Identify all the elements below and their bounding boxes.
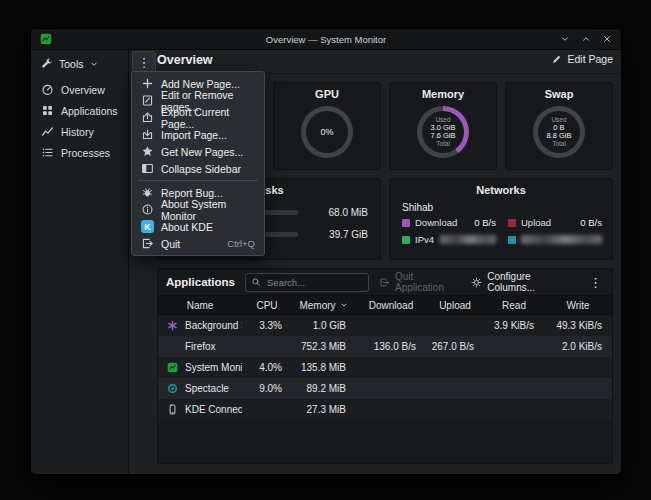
column-header-cpu[interactable]: CPU: [242, 300, 292, 311]
address2-redacted: [521, 235, 602, 244]
column-header-name[interactable]: Name: [158, 300, 242, 311]
app-name: Background Services: [185, 320, 242, 331]
download-swatch: [402, 219, 410, 227]
background-services-icon: [165, 319, 179, 333]
quit-application-button[interactable]: Quit Application: [379, 271, 461, 293]
table-empty-area: [158, 420, 612, 463]
upload-swatch: [508, 219, 516, 227]
swap-card: Swap Used 0 B 8.8 GiB Total: [505, 82, 613, 170]
column-header-memory[interactable]: Memory: [292, 300, 356, 311]
get-new-pages-icon: [141, 145, 154, 158]
search-box[interactable]: [245, 273, 369, 292]
network-upload-stat: Upload 0 B/s: [508, 217, 602, 228]
swap-card-title: Swap: [506, 83, 612, 100]
edit-pages-icon: [141, 94, 154, 107]
page-dropdown-menu: Add New Page... Edit or Remove pages... …: [131, 71, 265, 256]
gpu-card: GPU 0%: [273, 82, 381, 170]
download-label: Download: [415, 217, 457, 228]
import-icon: [141, 128, 154, 141]
table-row[interactable]: Background Services 3.3% 1.0 GiB 3.9 KiB…: [158, 315, 612, 336]
sidebar-item-processes[interactable]: Processes: [31, 142, 128, 163]
ipv4-address-redacted: [440, 235, 496, 244]
menu-separator: [138, 180, 258, 181]
menu-item-about-system-monitor[interactable]: About System Monitor: [132, 201, 264, 218]
column-header-upload[interactable]: Upload: [426, 300, 484, 311]
titlebar: Overview — System Monitor: [31, 29, 621, 50]
applications-title: Applications: [166, 276, 235, 288]
maximize-button[interactable]: [580, 33, 592, 45]
network-ipv4-stat: IPv4: [402, 234, 496, 245]
upload-value: 0 B/s: [580, 217, 602, 228]
sidebar-item-label: Applications: [61, 105, 118, 117]
sidebar-item-history[interactable]: History: [31, 121, 128, 142]
collapse-sidebar-icon: [141, 162, 154, 175]
desktop: { "window": { "title": "Overview — Syste…: [0, 0, 651, 500]
memory-card: Memory Used 3.0 GiB 7.6 GiB Total: [389, 82, 497, 170]
add-icon: [141, 77, 154, 90]
menu-item-quit[interactable]: Quit Ctrl+Q: [132, 235, 264, 252]
networks-card-title: Networks: [390, 179, 612, 196]
sidebar: Tools Overview Applications History Proc…: [31, 50, 129, 474]
upload-label: Upload: [521, 217, 551, 228]
table-header: Name CPU Memory Download Upload Read Wri…: [158, 295, 612, 315]
configure-columns-button[interactable]: Configure Columns...: [471, 271, 577, 293]
column-header-write[interactable]: Write: [544, 300, 612, 311]
table-row[interactable]: Firefox 752.3 MiB 136.0 B/s 267.0 B/s 2.…: [158, 336, 612, 357]
network-address2-stat: [508, 234, 602, 245]
edit-page-button[interactable]: Edit Page: [551, 53, 613, 65]
app-name: Firefox: [185, 341, 216, 352]
column-header-download[interactable]: Download: [356, 300, 426, 311]
kde-icon: K: [141, 220, 154, 233]
search-icon: [251, 277, 261, 287]
memory-card-title: Memory: [390, 83, 496, 100]
table-menu-button[interactable]: ⋮: [587, 275, 604, 290]
quit-icon: [141, 237, 154, 250]
export-icon: [141, 111, 154, 124]
network-interface-name: Shihab: [402, 202, 602, 213]
applications-card: Applications Quit Application Configure …: [157, 268, 613, 464]
memory-total-value: 7.6 GiB: [430, 132, 455, 140]
app-name: System Monitor: [185, 362, 242, 373]
info-icon: [141, 203, 154, 216]
memory-gauge: Used 3.0 GiB 7.6 GiB Total: [417, 106, 469, 158]
network-download-stat: Download 0 B/s: [402, 217, 496, 228]
menu-item-collapse-sidebar[interactable]: Collapse Sidebar: [132, 160, 264, 177]
sidebar-item-label: Processes: [61, 147, 110, 159]
tools-button[interactable]: Tools: [35, 54, 124, 73]
sidebar-item-label: History: [61, 126, 94, 138]
menu-item-get-new-pages[interactable]: Get New Pages...: [132, 143, 264, 160]
bug-icon: [141, 186, 154, 199]
table-row[interactable]: KDE Connect 27.3 MiB: [158, 399, 612, 420]
swap-gauge: Used 0 B 8.8 GiB Total: [533, 106, 585, 158]
quit-shortcut: Ctrl+Q: [227, 238, 255, 249]
app-name: Spectacle: [185, 383, 229, 394]
sidebar-item-overview[interactable]: Overview: [31, 79, 128, 100]
ipv4-label: IPv4: [415, 234, 434, 245]
minimize-button[interactable]: [559, 33, 571, 45]
table-row[interactable]: Spectacle 9.0% 89.2 MiB: [158, 378, 612, 399]
quit-application-label: Quit Application: [395, 271, 461, 293]
disk-usage-value: 68.0 MiB: [306, 207, 368, 218]
sort-descending-icon: [339, 300, 349, 310]
column-header-read[interactable]: Read: [484, 300, 544, 311]
close-button[interactable]: [601, 33, 613, 45]
page-title: Overview: [157, 53, 213, 67]
menu-item-export-current-page[interactable]: Export Current Page...: [132, 109, 264, 126]
gpu-gauge: 0%: [301, 106, 353, 158]
app-name: KDE Connect: [185, 404, 242, 415]
applications-toolbar: Applications Quit Application Configure …: [158, 269, 612, 295]
table-row[interactable]: System Monitor 4.0% 135.8 MiB: [158, 357, 612, 378]
system-monitor-icon: [165, 361, 179, 375]
swap-total-label: Total: [552, 140, 566, 147]
window-title: Overview — System Monitor: [31, 34, 621, 45]
edit-page-label: Edit Page: [567, 53, 613, 65]
gpu-usage-value: 0%: [320, 127, 333, 137]
disk-usage-value: 39.7 GiB: [306, 229, 368, 240]
download-value: 0 B/s: [474, 217, 496, 228]
ipv4-swatch: [402, 236, 410, 244]
memory-total-label: Total: [436, 140, 450, 147]
configure-columns-label: Configure Columns...: [487, 271, 577, 293]
sidebar-item-applications[interactable]: Applications: [31, 100, 128, 121]
networks-card: Networks Shihab Download 0 B/s Upload: [389, 178, 613, 260]
search-input[interactable]: [265, 276, 363, 289]
